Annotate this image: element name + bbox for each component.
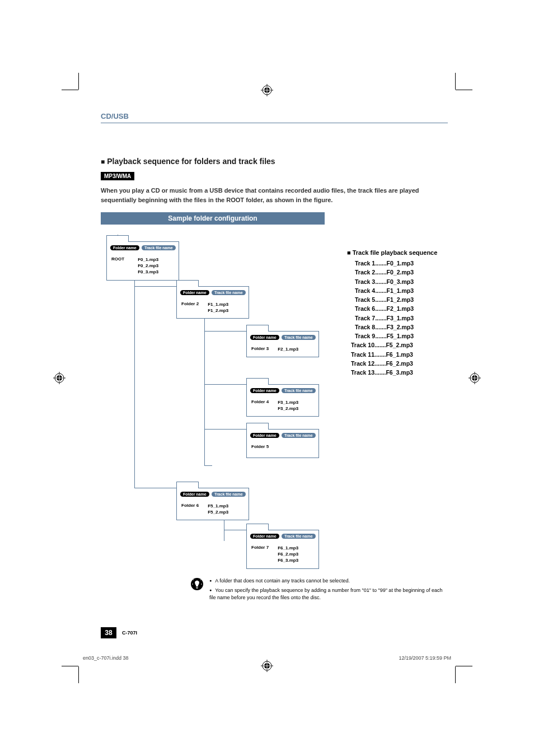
track-list: F0_1.mp3F0_2.mp3F0_3.mp3 xyxy=(138,256,158,276)
crop-mark xyxy=(78,73,79,90)
print-timestamp: 12/19/2007 5:19:59 PM xyxy=(399,655,451,661)
folder-label: Folder 5 xyxy=(251,444,277,449)
sequence-row: Track 13.......F6_3.mp3 xyxy=(351,368,448,377)
folder-4: Folder name Track file name Folder 4 F3_… xyxy=(246,384,319,417)
registration-mark-icon xyxy=(261,660,273,672)
note-item: A folder that does not contain any track… xyxy=(209,577,448,585)
lightbulb-icon xyxy=(190,577,204,591)
section-rule xyxy=(101,123,448,123)
folder-label: Folder 6 xyxy=(181,503,207,508)
pill-folder-name: Folder name xyxy=(250,534,279,539)
svg-rect-33 xyxy=(196,587,198,587)
pill-folder-name: Folder name xyxy=(250,433,279,438)
crop-mark xyxy=(78,666,79,683)
track-list: F6_1.mp3F6_2.mp3F6_3.mp3 xyxy=(278,545,298,564)
crop-mark xyxy=(62,90,78,90)
crop-mark xyxy=(455,666,456,683)
sequence-row: Track 2.......F0_2.mp3 xyxy=(355,268,448,277)
format-badge: MP3/WMA xyxy=(101,172,134,180)
subtitle: ■Playback sequence for folders and track… xyxy=(101,157,448,166)
crop-mark xyxy=(62,666,78,666)
sample-config-header: Sample folder configuration xyxy=(101,212,325,225)
note-item: You can specify the playback sequence by… xyxy=(209,587,448,602)
pill-folder-name: Folder name xyxy=(180,492,209,497)
registration-mark-icon xyxy=(261,84,273,96)
crop-mark xyxy=(455,73,456,90)
pill-track-file-name: Track file name xyxy=(212,492,246,497)
folder-label: Folder 3 xyxy=(251,346,277,351)
sequence-row: Track 7.......F3_1.mp3 xyxy=(355,314,448,323)
sequence-row: Track 8.......F3_2.mp3 xyxy=(355,323,448,332)
crop-mark xyxy=(456,90,472,90)
folder-root: Folder name Track file name ROOT F0_1.mp… xyxy=(106,241,179,281)
intro-text: When you play a CD or music from a USB d… xyxy=(101,186,448,204)
folder-label: Folder 4 xyxy=(251,399,277,404)
pill-track-file-name: Track file name xyxy=(282,534,316,539)
print-file: en03_c-707i.indd 38 xyxy=(83,655,129,661)
sequence-row: Track 5.......F1_2.mp3 xyxy=(355,295,448,304)
page-footer: 38 C-707I xyxy=(101,627,137,638)
track-list: F5_1.mp3F5_2.mp3 xyxy=(208,503,228,515)
folder-5: Folder name Track file name Folder 5 xyxy=(246,429,319,458)
pill-track-file-name: Track file name xyxy=(282,388,316,393)
pill-folder-name: Folder name xyxy=(180,290,209,295)
pill-track-file-name: Track file name xyxy=(282,433,316,438)
notes: A folder that does not contain any track… xyxy=(190,577,448,604)
sequence-row: Track 4.......F1_1.mp3 xyxy=(355,286,448,295)
pill-track-file-name: Track file name xyxy=(212,290,246,295)
svg-rect-34 xyxy=(196,588,198,589)
subtitle-text: Playback sequence for folders and track … xyxy=(107,157,275,166)
page-number: 38 xyxy=(101,627,116,638)
crop-mark xyxy=(456,666,472,666)
track-list: F2_1.mp3 xyxy=(278,346,298,352)
folder-diagram: Folder name Track file name ROOT F0_1.mp… xyxy=(101,225,448,572)
sequence-row: Track 1.......F0_1.mp3 xyxy=(355,259,448,268)
section-header: CD/USB xyxy=(101,112,448,120)
sequence-row: Track 12.......F6_2.mp3 xyxy=(351,359,448,368)
registration-mark-icon xyxy=(53,372,65,384)
folder-3: Folder name Track file name Folder 3 F2_… xyxy=(246,331,319,357)
sequence-row: Track 3.......F0_3.mp3 xyxy=(355,277,448,286)
sequence-title: ■ Track file playback sequence xyxy=(347,248,448,258)
folder-label: Folder 7 xyxy=(251,545,277,550)
registration-mark-icon xyxy=(469,372,481,384)
track-list: F3_1.mp3F3_2.mp3 xyxy=(278,399,298,412)
sequence-row: Track 11.......F6_1.mp3 xyxy=(351,350,448,359)
sequence-row: Track 10.......F5_2.mp3 xyxy=(351,340,448,349)
pill-folder-name: Folder name xyxy=(250,335,279,340)
folder-7: Folder name Track file name Folder 7 F6_… xyxy=(246,530,319,569)
pill-folder-name: Folder name xyxy=(250,388,279,393)
folder-2: Folder name Track file name Folder 2 F1_… xyxy=(176,286,249,319)
folder-label: Folder 2 xyxy=(181,301,207,306)
pill-track-file-name: Track file name xyxy=(142,245,176,250)
track-list: F1_1.mp3F1_2.mp3 xyxy=(208,301,228,314)
folder-6: Folder name Track file name Folder 6 F5_… xyxy=(176,488,249,520)
pill-folder-name: Folder name xyxy=(110,245,139,250)
sequence-row: Track 9.......F5_1.mp3 xyxy=(355,332,448,340)
sequence-row: Track 6.......F2_1.mp3 xyxy=(355,304,448,313)
folder-label: ROOT xyxy=(111,256,137,262)
print-footer: en03_c-707i.indd 38 12/19/2007 5:19:59 P… xyxy=(83,655,451,661)
model-name: C-707I xyxy=(122,630,137,636)
playback-sequence: ■ Track file playback sequence Track 1..… xyxy=(347,248,448,377)
pill-track-file-name: Track file name xyxy=(282,335,316,340)
